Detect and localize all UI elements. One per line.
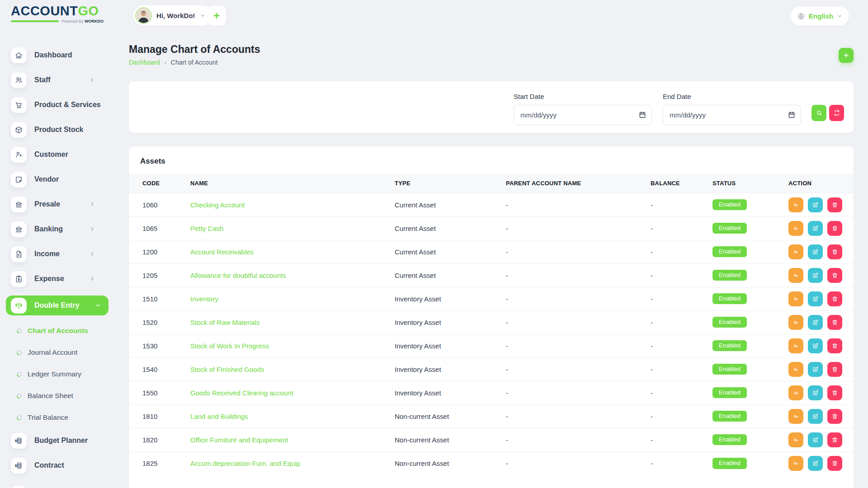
account-name-link[interactable]: Land and Buildings: [190, 413, 248, 420]
sidebar-subitem-journal-account[interactable]: Journal Account: [0, 346, 119, 359]
journal-entries-button[interactable]: [788, 409, 803, 424]
bank-icon: [11, 221, 27, 237]
edit-icon: [812, 436, 819, 443]
svg-text:$: $: [18, 278, 20, 282]
pulse-icon: [793, 272, 799, 279]
edit-button[interactable]: [808, 291, 823, 306]
account-name-link[interactable]: Stock of Raw Materials: [190, 319, 259, 326]
app-logo[interactable]: ACCOUNTGO Powered By WORKDO: [11, 5, 104, 23]
breadcrumb: Dashboard › Chart of Account: [129, 59, 854, 66]
account-type: Current Asset: [395, 193, 506, 216]
edit-button[interactable]: [808, 456, 823, 471]
edit-button[interactable]: [808, 244, 823, 259]
account-name-link[interactable]: Accum.depreciation-Furn. and Equip: [190, 460, 300, 467]
parent-account-name: -: [506, 451, 651, 475]
calendar-icon[interactable]: [788, 111, 796, 119]
edit-button[interactable]: [808, 268, 823, 283]
add-account-button[interactable]: +: [839, 48, 854, 63]
svg-text:$: $: [15, 464, 17, 467]
delete-button[interactable]: [827, 432, 842, 447]
scales-icon: [11, 298, 27, 314]
delete-button[interactable]: [827, 315, 842, 330]
edit-button[interactable]: [808, 432, 823, 447]
avatar: [135, 7, 152, 24]
start-date-input[interactable]: [514, 105, 652, 125]
brand-name-secondary: GO: [78, 4, 99, 18]
clipboard-dollar-icon: $: [11, 271, 27, 287]
journal-entries-button[interactable]: [788, 362, 803, 377]
account-name-link[interactable]: Office Furniture and Equipement: [190, 436, 288, 444]
delete-button[interactable]: [827, 197, 842, 212]
account-code: 1520: [129, 310, 190, 334]
breadcrumb-dashboard-link[interactable]: Dashboard: [129, 59, 160, 66]
journal-entries-button[interactable]: [788, 244, 803, 259]
sidebar-item-income[interactable]: Income: [0, 246, 108, 262]
edit-button[interactable]: [808, 362, 823, 377]
sidebar-subitem-chart-of-accounts[interactable]: Chart of Accounts: [0, 324, 119, 338]
sidebar-subitem-trial-balance[interactable]: Trial Balance: [0, 411, 119, 424]
cart-icon: [11, 97, 27, 113]
edit-button[interactable]: [808, 409, 823, 424]
sidebar-item-expense[interactable]: $ Expense: [0, 271, 108, 287]
sidebar-item-budget-planner[interactable]: $ Budget Planner: [0, 432, 108, 449]
journal-entries-button[interactable]: [788, 315, 803, 330]
sidebar-item-staff[interactable]: Staff: [0, 72, 108, 88]
delete-button[interactable]: [827, 362, 842, 377]
reset-button[interactable]: [829, 105, 844, 121]
account-name-link[interactable]: Stock of Work In Progress: [190, 342, 269, 350]
delete-button[interactable]: [827, 244, 842, 259]
edit-button[interactable]: [808, 221, 823, 236]
chevron-right-icon: [89, 77, 95, 83]
account-name-link[interactable]: Checking Account: [190, 201, 245, 209]
journal-entries-button[interactable]: [788, 385, 803, 400]
search-button[interactable]: [811, 105, 826, 121]
accounts-card: Assets CODENAMETYPEPARENT ACCOUNT NAMEBA…: [129, 146, 854, 488]
user-menu[interactable]: Hi, WorkDo!: [133, 5, 213, 26]
delete-button[interactable]: [827, 409, 842, 424]
sidebar-item-presale[interactable]: Presale: [0, 196, 108, 212]
account-name-link[interactable]: Account Receivables: [190, 248, 254, 256]
language-selector[interactable]: English: [791, 7, 849, 25]
main-content: Hi, WorkDo! + English Manage Chart of Ac…: [119, 0, 868, 488]
account-balance: -: [651, 310, 712, 334]
account-name-link[interactable]: Petty Cash: [190, 225, 223, 232]
journal-entries-button[interactable]: [788, 197, 803, 212]
sidebar-item-banking[interactable]: Banking: [0, 221, 108, 237]
delete-button[interactable]: [827, 456, 842, 471]
calendar-icon[interactable]: [638, 111, 646, 119]
sidebar-subitem-balance-sheet[interactable]: Balance Sheet: [0, 389, 119, 403]
edit-button[interactable]: [808, 385, 823, 400]
account-name-link[interactable]: Goods Received Clearing account: [190, 389, 293, 397]
journal-entries-button[interactable]: [788, 291, 803, 306]
delete-button[interactable]: [827, 338, 842, 353]
delete-button[interactable]: [827, 291, 842, 306]
edit-button[interactable]: [808, 338, 823, 353]
account-name-link[interactable]: Inventory: [190, 295, 218, 303]
sidebar-item-product-services[interactable]: Product & Services: [0, 97, 108, 113]
sidebar-subitem-ledger-summary[interactable]: Ledger Summary: [0, 367, 119, 381]
sidebar-item-double-entry[interactable]: Double Entry: [6, 296, 108, 315]
account-type: Current Asset: [395, 263, 506, 287]
sidebar-item-customer[interactable]: Customer: [0, 146, 108, 163]
journal-entries-button[interactable]: [788, 432, 803, 447]
account-name-link[interactable]: Stock of Finished Goods: [190, 366, 264, 373]
pulse-icon: [793, 413, 799, 420]
delete-button[interactable]: [827, 268, 842, 283]
edit-button[interactable]: [808, 197, 823, 212]
trash-icon: [831, 249, 838, 255]
journal-entries-button[interactable]: [788, 268, 803, 283]
edit-button[interactable]: [808, 315, 823, 330]
journal-entries-button[interactable]: [788, 456, 803, 471]
journal-entries-button[interactable]: [788, 221, 803, 236]
sidebar-item-contract[interactable]: $ Contract: [0, 457, 108, 474]
sidebar-item-dashboard[interactable]: Dashboard: [0, 47, 108, 63]
delete-button[interactable]: [827, 221, 842, 236]
journal-entries-button[interactable]: [788, 338, 803, 353]
box-icon: [11, 122, 27, 138]
end-date-input[interactable]: [663, 105, 801, 125]
sidebar-item-vendor[interactable]: Vendor: [0, 171, 108, 188]
account-name-link[interactable]: Allowance for doubtful accounts: [190, 272, 286, 279]
sidebar-item-product-stock[interactable]: Product Stock: [0, 122, 108, 138]
quick-create-button[interactable]: +: [207, 6, 226, 26]
delete-button[interactable]: [827, 385, 842, 400]
